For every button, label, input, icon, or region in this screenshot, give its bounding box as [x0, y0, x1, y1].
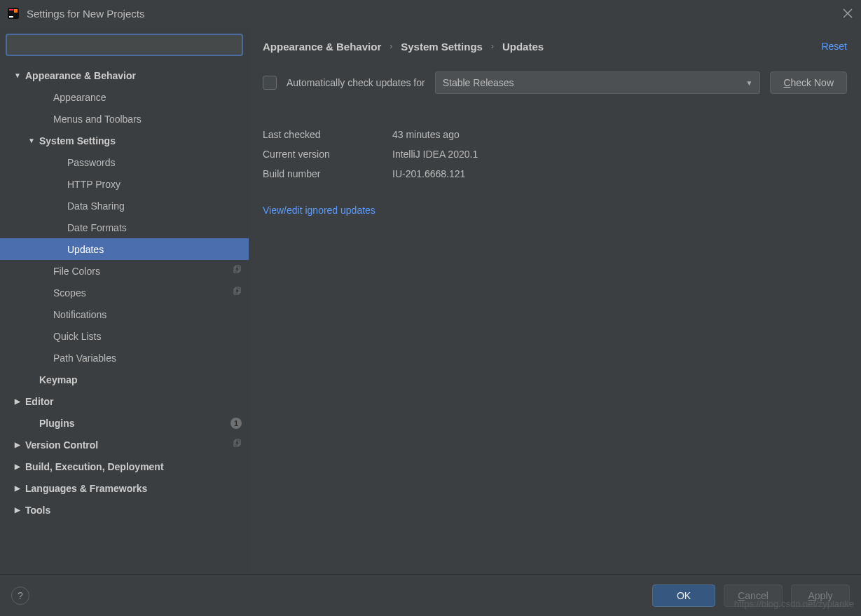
info-row: Last checked 43 minutes ago — [263, 125, 847, 144]
tree-item-label: Scopes — [53, 287, 232, 299]
chevron-right-icon: › — [491, 41, 494, 51]
chevron-down-icon: ▼ — [27, 137, 36, 144]
tree-item-plugins[interactable]: Plugins1 — [0, 412, 249, 434]
tree-item-tools[interactable]: ▶Tools — [0, 499, 249, 521]
tree-item-label: Languages & Frameworks — [25, 483, 242, 494]
svg-rect-2 — [9, 16, 13, 18]
update-channel-value: Stable Releases — [443, 77, 514, 88]
tree-item-version-control[interactable]: ▶Version Control — [0, 434, 249, 456]
svg-rect-9 — [235, 266, 240, 271]
tree-item-data-sharing[interactable]: Data Sharing — [0, 195, 249, 217]
chevron-down-icon: ▼ — [746, 79, 753, 87]
project-scope-icon — [232, 439, 242, 451]
tree-item-languages-frameworks[interactable]: ▶Languages & Frameworks — [0, 477, 249, 499]
tree-item-label: HTTP Proxy — [67, 179, 242, 190]
chevron-down-icon: ▼ — [13, 71, 22, 79]
tree-item-appearance[interactable]: Appearance — [0, 86, 249, 108]
chevron-right-icon: ▶ — [13, 506, 22, 514]
project-scope-icon — [232, 287, 242, 299]
window-title: Settings for New Projects — [27, 8, 841, 20]
tree-item-label: System Settings — [39, 135, 242, 146]
close-icon[interactable] — [841, 7, 854, 20]
breadcrumb-item: Updates — [502, 41, 544, 53]
svg-rect-10 — [234, 289, 239, 294]
ignored-updates-link[interactable]: View/edit ignored updates — [263, 205, 847, 216]
update-channel-select[interactable]: Stable Releases ▼ — [435, 71, 761, 94]
tree-item-editor[interactable]: ▶Editor — [0, 390, 249, 412]
breadcrumb-item[interactable]: Appearance & Behavior — [263, 41, 381, 53]
tree-item-keymap[interactable]: Keymap — [0, 369, 249, 390]
tree-item-scopes[interactable]: Scopes — [0, 282, 249, 303]
auto-check-label: Automatically check updates for — [287, 77, 425, 88]
tree-item-label: Tools — [25, 505, 242, 516]
tree-item-http-proxy[interactable]: HTTP Proxy — [0, 173, 249, 195]
tree-item-label: Updates — [67, 244, 242, 255]
info-row: Build number IU-201.6668.121 — [263, 164, 847, 184]
project-scope-icon — [232, 265, 242, 277]
tree-item-passwords[interactable]: Passwords — [0, 151, 249, 173]
tree-item-quick-lists[interactable]: Quick Lists — [0, 325, 249, 347]
svg-rect-3 — [14, 9, 18, 13]
tree-item-label: Plugins — [39, 418, 230, 429]
settings-tree: ▼Appearance & BehaviorAppearanceMenus an… — [0, 62, 249, 574]
info-value: IU-201.6668.121 — [392, 168, 465, 179]
chevron-right-icon: ▶ — [13, 441, 22, 449]
info-value: IntelliJ IDEA 2020.1 — [392, 149, 478, 160]
chevron-right-icon: ▶ — [13, 463, 22, 470]
update-count-badge: 1 — [230, 418, 242, 429]
breadcrumb-item[interactable]: System Settings — [401, 41, 483, 53]
titlebar: Settings for New Projects — [0, 0, 861, 27]
svg-rect-13 — [235, 439, 240, 445]
app-logo-icon — [7, 7, 20, 20]
check-now-button[interactable]: Check Now — [770, 71, 847, 94]
info-row: Current version IntelliJ IDEA 2020.1 — [263, 144, 847, 164]
svg-rect-8 — [234, 267, 239, 273]
search-input[interactable] — [6, 34, 243, 56]
tree-item-label: Version Control — [25, 439, 232, 451]
apply-button[interactable]: Apply — [791, 584, 850, 607]
chevron-right-icon: › — [390, 41, 392, 51]
tree-item-label: Build, Execution, Deployment — [25, 461, 242, 472]
chevron-right-icon: ▶ — [13, 484, 22, 492]
ok-button[interactable]: OK — [652, 584, 715, 607]
tree-item-system-settings[interactable]: ▼System Settings — [0, 130, 249, 151]
help-button[interactable]: ? — [11, 587, 29, 605]
content-pane: Appearance & Behavior › System Settings … — [249, 27, 861, 574]
breadcrumb: Appearance & Behavior › System Settings … — [263, 27, 847, 66]
tree-item-label: Notifications — [53, 309, 242, 320]
tree-item-notifications[interactable]: Notifications — [0, 303, 249, 325]
tree-item-appearance-behavior[interactable]: ▼Appearance & Behavior — [0, 64, 249, 86]
tree-item-label: File Colors — [53, 266, 232, 277]
info-label: Current version — [263, 149, 392, 160]
info-value: 43 minutes ago — [392, 129, 460, 140]
auto-check-checkbox[interactable] — [263, 76, 277, 90]
question-icon: ? — [18, 590, 23, 601]
tree-item-label: Quick Lists — [53, 331, 242, 342]
tree-item-file-colors[interactable]: File Colors — [0, 260, 249, 282]
tree-item-updates[interactable]: Updates — [0, 238, 249, 260]
svg-rect-1 — [9, 9, 13, 11]
tree-item-label: Keymap — [39, 374, 242, 385]
chevron-right-icon: ▶ — [13, 397, 22, 405]
tree-item-label: Appearance — [53, 92, 242, 103]
svg-rect-11 — [235, 287, 240, 293]
update-info-table: Last checked 43 minutes ago Current vers… — [263, 125, 847, 184]
cancel-button[interactable]: Cancel — [724, 584, 783, 607]
tree-item-label: Path Variables — [53, 353, 242, 364]
info-label: Last checked — [263, 129, 392, 140]
tree-item-date-formats[interactable]: Date Formats — [0, 217, 249, 238]
tree-item-label: Appearance & Behavior — [25, 70, 242, 81]
reset-link[interactable]: Reset — [821, 41, 847, 52]
tree-item-label: Date Formats — [67, 222, 242, 233]
tree-item-menus-and-toolbars[interactable]: Menus and Toolbars — [0, 108, 249, 130]
tree-item-path-variables[interactable]: Path Variables — [0, 347, 249, 369]
svg-rect-12 — [234, 441, 239, 446]
tree-item-label: Menus and Toolbars — [53, 114, 242, 125]
dialog-footer: ? OK Cancel Apply — [0, 574, 861, 616]
search-box: ▾ — [6, 34, 243, 56]
tree-item-label: Editor — [25, 396, 242, 407]
sidebar: ▾ ▼Appearance & BehaviorAppearanceMenus … — [0, 27, 249, 574]
info-label: Build number — [263, 168, 392, 179]
tree-item-build-execution-deployment[interactable]: ▶Build, Execution, Deployment — [0, 456, 249, 477]
tree-item-label: Data Sharing — [67, 200, 242, 212]
